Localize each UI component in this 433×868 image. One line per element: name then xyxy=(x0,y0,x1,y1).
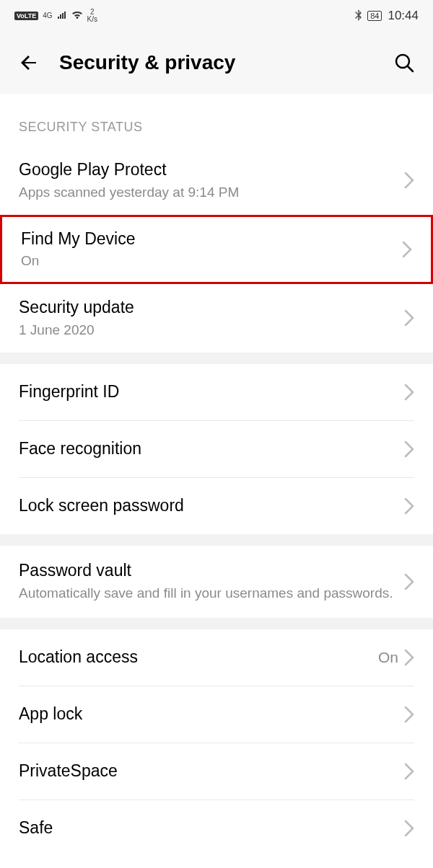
item-find-my-device[interactable]: Find My Device On xyxy=(0,215,433,285)
item-subtitle: Automatically save and fill in your user… xyxy=(19,585,404,603)
item-title: Safe xyxy=(19,818,404,839)
item-subtitle: Apps scanned yesterday at 9:14 PM xyxy=(19,184,404,202)
chevron-right-icon xyxy=(404,384,414,401)
item-title: App lock xyxy=(19,704,404,725)
section-gap xyxy=(0,534,433,546)
signal-icon xyxy=(57,10,67,22)
status-bar: VoLTE 4G 2 K/s 84 10:44 xyxy=(0,0,433,32)
item-lock-screen-password[interactable]: Lock screen password xyxy=(0,478,433,534)
item-password-vault[interactable]: Password vault Automatically save and fi… xyxy=(0,546,433,618)
item-title: Face recognition xyxy=(19,438,404,460)
item-title: Location access xyxy=(19,647,378,668)
svg-line-1 xyxy=(408,66,413,71)
item-title: Password vault xyxy=(19,560,404,582)
section-header-security-status: SECURITY STATUS xyxy=(0,94,433,146)
item-fingerprint-id[interactable]: Fingerprint ID xyxy=(0,364,433,420)
chevron-right-icon xyxy=(404,172,414,189)
chevron-right-icon xyxy=(404,820,414,837)
app-header: Security & privacy xyxy=(0,32,433,94)
chevron-right-icon xyxy=(404,706,414,723)
chevron-right-icon xyxy=(404,497,414,515)
chevron-right-icon xyxy=(404,573,414,590)
item-private-space[interactable]: PrivateSpace xyxy=(0,743,433,800)
back-button[interactable] xyxy=(17,51,40,74)
item-title: Security update xyxy=(19,297,404,319)
item-subtitle: On xyxy=(21,252,402,270)
network-indicator: 4G xyxy=(43,12,52,19)
chevron-right-icon xyxy=(402,241,412,258)
chevron-right-icon xyxy=(404,309,414,327)
item-title: Google Play Protect xyxy=(19,159,404,181)
search-button[interactable] xyxy=(393,51,416,74)
section-gap xyxy=(0,618,433,629)
item-safe[interactable]: Safe xyxy=(0,800,433,856)
battery-indicator: 84 xyxy=(367,11,382,21)
item-value: On xyxy=(378,649,398,666)
item-location-access[interactable]: Location access On xyxy=(0,629,433,686)
item-title: Find My Device xyxy=(21,229,402,250)
data-speed: 2 K/s xyxy=(87,9,97,23)
item-title: PrivateSpace xyxy=(19,761,404,782)
item-face-recognition[interactable]: Face recognition xyxy=(0,421,433,477)
item-security-update[interactable]: Security update 1 June 2020 xyxy=(0,284,433,353)
item-app-lock[interactable]: App lock xyxy=(0,686,433,743)
status-left: VoLTE 4G 2 K/s xyxy=(14,9,97,23)
item-google-play-protect[interactable]: Google Play Protect Apps scanned yesterd… xyxy=(0,146,433,215)
chevron-right-icon xyxy=(404,763,414,780)
item-subtitle: 1 June 2020 xyxy=(19,322,404,340)
volte-badge: VoLTE xyxy=(14,12,38,20)
item-title: Lock screen password xyxy=(19,495,404,517)
chevron-right-icon xyxy=(404,440,414,458)
chevron-right-icon xyxy=(404,649,414,666)
wifi-icon xyxy=(71,10,83,22)
section-gap xyxy=(0,353,433,364)
page-title: Security & privacy xyxy=(59,51,374,74)
content-area: SECURITY STATUS Google Play Protect Apps… xyxy=(0,94,433,856)
item-title: Fingerprint ID xyxy=(19,381,404,403)
status-right: 84 10:44 xyxy=(354,9,419,23)
clock: 10:44 xyxy=(388,9,419,23)
bluetooth-icon xyxy=(354,9,362,23)
